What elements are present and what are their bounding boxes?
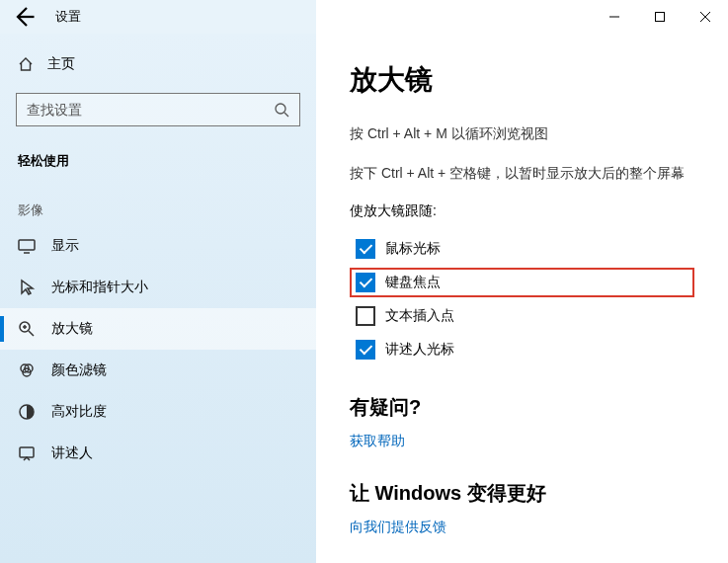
- checkbox[interactable]: [356, 239, 375, 259]
- search-input[interactable]: [27, 102, 237, 118]
- window-controls: [592, 0, 728, 34]
- svg-rect-8: [20, 447, 34, 457]
- checkbox-label: 鼠标光标: [385, 240, 441, 258]
- minimize-icon: [609, 12, 619, 22]
- display-icon: [18, 237, 36, 255]
- follow-label: 使放大镜跟随:: [350, 202, 694, 220]
- nav-item-label: 高对比度: [51, 403, 107, 421]
- back-button[interactable]: [12, 5, 36, 29]
- window-title: 设置: [55, 8, 81, 26]
- nav-item-label: 显示: [51, 237, 79, 255]
- hint-text-1: 按 Ctrl + Alt + M 以循环浏览视图: [350, 122, 694, 144]
- maximize-button[interactable]: [637, 0, 683, 34]
- maximize-icon: [655, 12, 665, 22]
- titlebar: 设置: [0, 0, 728, 34]
- colorfilter-icon: [18, 362, 36, 379]
- nav-item-colorfilter[interactable]: 颜色滤镜: [0, 350, 316, 391]
- improve-heading: 让 Windows 变得更好: [350, 480, 694, 507]
- feedback-link[interactable]: 向我们提供反馈: [350, 519, 694, 536]
- svg-point-1: [276, 104, 285, 114]
- nav-item-label: 讲述人: [51, 444, 93, 462]
- nav-item-label: 颜色滤镜: [51, 362, 107, 379]
- home-label: 主页: [47, 55, 75, 73]
- nav-item-magnifier[interactable]: 放大镜: [0, 308, 316, 350]
- check-row: 键盘焦点: [350, 268, 694, 297]
- checkbox-label: 键盘焦点: [385, 274, 441, 291]
- cursor-icon: [18, 279, 36, 296]
- checkbox-label: 讲述人光标: [385, 341, 454, 359]
- svg-rect-2: [19, 240, 35, 250]
- get-help-link[interactable]: 获取帮助: [350, 433, 694, 450]
- checkbox[interactable]: [356, 340, 375, 360]
- minimize-button[interactable]: [592, 0, 637, 34]
- nav-item-narrator[interactable]: 讲述人: [0, 433, 316, 474]
- hint-text-2: 按下 Ctrl + Alt + 空格键，以暂时显示放大后的整个屏幕: [350, 162, 694, 184]
- search-box[interactable]: [16, 93, 300, 126]
- sidebar: 主页 轻松使用 影像 显示 光标和指针大小 放大镜 颜色滤镜 高对比度: [0, 34, 316, 563]
- checkbox[interactable]: [356, 273, 375, 292]
- arrow-left-icon: [12, 5, 36, 29]
- help-heading: 有疑问?: [350, 394, 694, 421]
- check-row: 鼠标光标: [350, 234, 694, 264]
- nav-item-contrast[interactable]: 高对比度: [0, 391, 316, 433]
- close-icon: [700, 12, 710, 22]
- checkbox-label: 文本插入点: [385, 307, 454, 325]
- check-row: 文本插入点: [350, 301, 694, 331]
- content-pane: 放大镜 按 Ctrl + Alt + M 以循环浏览视图 按下 Ctrl + A…: [316, 34, 728, 563]
- nav-item-display[interactable]: 显示: [0, 225, 316, 267]
- svg-rect-0: [656, 13, 665, 22]
- check-row: 讲述人光标: [350, 335, 694, 364]
- magnifier-icon: [18, 320, 36, 338]
- home-link[interactable]: 主页: [0, 47, 316, 81]
- narrator-icon: [18, 444, 36, 462]
- group-label: 影像: [0, 176, 316, 225]
- category-label: 轻松使用: [0, 126, 316, 176]
- contrast-icon: [18, 403, 36, 421]
- nav-item-label: 放大镜: [51, 320, 93, 338]
- checkbox[interactable]: [356, 306, 375, 326]
- search-icon: [274, 102, 289, 118]
- nav-item-cursor[interactable]: 光标和指针大小: [0, 267, 316, 308]
- close-button[interactable]: [683, 0, 728, 34]
- nav-item-label: 光标和指针大小: [51, 279, 148, 296]
- page-heading: 放大镜: [350, 61, 694, 99]
- home-icon: [18, 56, 34, 72]
